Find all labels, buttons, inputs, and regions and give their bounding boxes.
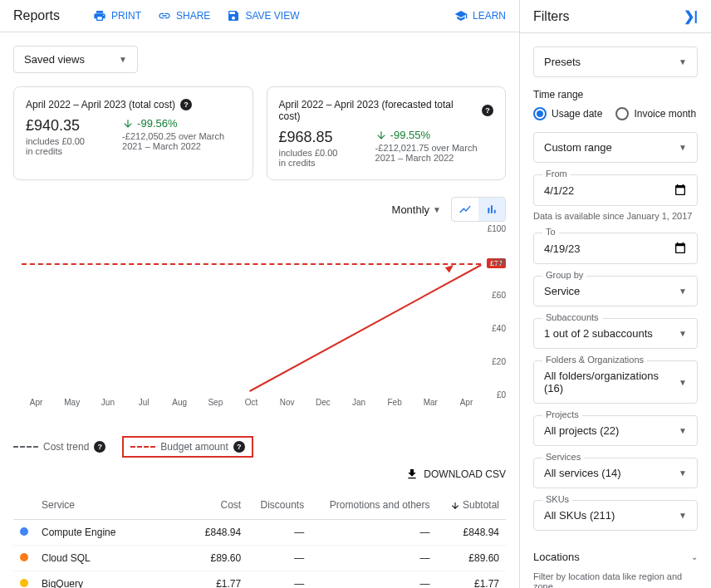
- table-row[interactable]: Compute Engine £848.94 — — £848.94: [13, 520, 506, 546]
- help-icon[interactable]: ?: [482, 105, 493, 116]
- locations-section[interactable]: Locations ⌄: [533, 542, 698, 571]
- line-chart-button[interactable]: [452, 198, 478, 221]
- content: Saved views ▼ April 2022 – April 2023 (t…: [0, 32, 519, 588]
- save-icon: [227, 9, 240, 22]
- help-icon[interactable]: ?: [180, 99, 192, 110]
- print-button[interactable]: PRINT: [93, 9, 141, 22]
- share-button[interactable]: SHARE: [158, 9, 210, 22]
- chevron-down-icon: ▼: [679, 468, 687, 478]
- calendar-icon: [674, 242, 687, 255]
- legend-budget-amount: Budget amount ?: [122, 436, 253, 458]
- page-title: Reports: [13, 8, 60, 23]
- download-csv-button[interactable]: DOWNLOAD CSV: [13, 468, 506, 481]
- main-panel: Reports PRINT SHARE SAVE VIEW LEARN Save…: [0, 0, 520, 588]
- chevron-down-icon: ▼: [433, 205, 441, 214]
- forecasted-cost-change: -99.55%: [375, 129, 493, 141]
- forecasted-cost-amount: £968.85: [279, 129, 342, 146]
- share-icon: [158, 9, 171, 22]
- save-view-button[interactable]: SAVE VIEW: [227, 9, 299, 22]
- chart-legend: Cost trend ? Budget amount ?: [13, 436, 506, 458]
- cost-table: Service Cost Discounts Promotions and ot…: [13, 491, 506, 588]
- period-dropdown[interactable]: Monthly ▼: [392, 203, 441, 216]
- col-service[interactable]: Service: [35, 491, 193, 520]
- print-icon: [93, 9, 106, 22]
- summary-cards: April 2022 – April 2023 (total cost) ? £…: [13, 86, 506, 180]
- help-icon[interactable]: ?: [233, 441, 245, 453]
- filters-header: Filters ❯|: [520, 0, 711, 33]
- to-date-input[interactable]: To 4/19/23: [533, 233, 698, 264]
- sort-down-icon: [450, 501, 460, 511]
- series-dot: [20, 553, 28, 561]
- usage-date-radio[interactable]: Usage date: [533, 107, 602, 120]
- filters-panel: Filters ❯| Presets ▼ Time range Usage da…: [520, 0, 711, 588]
- chevron-down-icon: ▼: [679, 426, 687, 435]
- chevron-down-icon: ▼: [679, 329, 687, 338]
- forecasted-cost-card: April 2022 – April 2023 (forecasted tota…: [267, 86, 507, 180]
- projects-dropdown[interactable]: Projects All projects (22) ▼: [533, 415, 698, 446]
- skus-dropdown[interactable]: SKUs All SKUs (211) ▼: [533, 500, 698, 531]
- calendar-icon: [674, 184, 687, 197]
- col-cost[interactable]: Cost: [193, 491, 248, 520]
- bar-chart-icon: [485, 203, 498, 216]
- saved-views-dropdown[interactable]: Saved views ▼: [13, 46, 138, 73]
- learn-icon: [454, 9, 468, 22]
- total-cost-amount: £940.35: [26, 117, 89, 135]
- series-dot: [20, 527, 28, 536]
- arrow-down-icon: [122, 118, 134, 130]
- collapse-panel-icon[interactable]: ❯|: [684, 8, 698, 24]
- chevron-down-icon: ▼: [679, 143, 687, 152]
- col-promo[interactable]: Promotions and others: [311, 491, 436, 520]
- chevron-down-icon: ▼: [119, 55, 127, 64]
- download-icon: [405, 468, 419, 481]
- services-dropdown[interactable]: Services All services (14) ▼: [533, 458, 698, 488]
- bar-chart-button[interactable]: [478, 198, 505, 221]
- help-icon[interactable]: ?: [94, 441, 105, 453]
- time-range-label: Time range: [533, 89, 698, 100]
- time-range-radio-group: Usage date Invoice month: [533, 107, 698, 120]
- table-row[interactable]: Cloud SQL £89.60 — — £89.60: [13, 546, 506, 571]
- col-discounts[interactable]: Discounts: [248, 491, 311, 520]
- radio-unchecked-icon: [615, 107, 629, 120]
- chevron-down-icon: ▼: [679, 287, 687, 296]
- header: Reports PRINT SHARE SAVE VIEW LEARN: [0, 0, 519, 32]
- total-cost-card: April 2022 – April 2023 (total cost) ? £…: [13, 86, 253, 180]
- from-date-input[interactable]: From 4/1/22: [533, 174, 698, 206]
- legend-cost-trend: Cost trend ?: [13, 441, 105, 453]
- from-date-hint: Data is available since January 1, 2017: [533, 211, 698, 221]
- chevron-down-icon: ▼: [679, 378, 687, 387]
- cost-chart: £77 £0£20£40£60£80£100 AprMayJunJulAugSe…: [13, 228, 506, 419]
- learn-button[interactable]: LEARN: [454, 9, 506, 22]
- arrow-down-icon: [375, 130, 387, 141]
- presets-dropdown[interactable]: Presets ▼: [533, 47, 698, 77]
- chart-type-toggle: [451, 197, 506, 222]
- chart-controls: Monthly ▼: [13, 197, 506, 222]
- total-cost-change: -99.56%: [122, 117, 240, 130]
- invoice-month-radio[interactable]: Invoice month: [615, 107, 696, 120]
- group-by-dropdown[interactable]: Group by Service ▼: [533, 276, 698, 306]
- chevron-down-icon: ▼: [679, 511, 687, 520]
- custom-range-dropdown[interactable]: Custom range ▼: [533, 132, 698, 163]
- col-subtotal[interactable]: Subtotal: [437, 491, 506, 520]
- chevron-down-icon: ⌄: [691, 552, 698, 561]
- folders-dropdown[interactable]: Folders & Organizations All folders/orga…: [533, 360, 698, 404]
- radio-checked-icon: [533, 107, 547, 120]
- chevron-down-icon: ▼: [679, 57, 687, 66]
- series-dot: [20, 579, 28, 587]
- line-chart-icon: [458, 203, 472, 216]
- table-row[interactable]: BigQuery £1.77 — — £1.77: [13, 571, 506, 589]
- subaccounts-dropdown[interactable]: Subaccounts 1 out of 2 subaccounts ▼: [533, 318, 698, 349]
